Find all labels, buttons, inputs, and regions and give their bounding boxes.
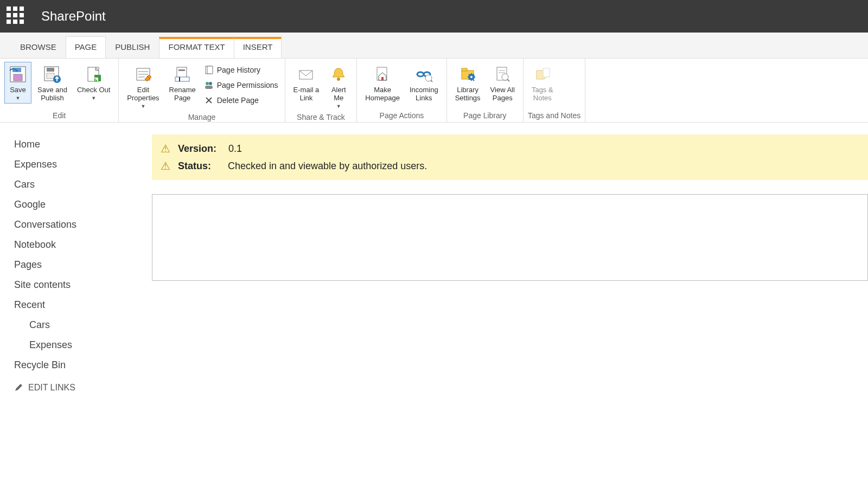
page-history-button[interactable]: Page History: [202, 64, 280, 76]
library-settings-button[interactable]: Library Settings: [451, 62, 484, 105]
view-all-pages-button[interactable]: View All Pages: [487, 62, 519, 105]
nav-recent[interactable]: Recent: [14, 295, 152, 315]
svg-rect-6: [47, 73, 54, 79]
save-button[interactable]: Save ▼: [4, 62, 31, 104]
tags-notes-label: Tags & Notes: [532, 86, 553, 102]
svg-rect-34: [462, 68, 467, 71]
group-label-library: Page Library: [451, 110, 519, 120]
nav-expenses[interactable]: Expenses: [14, 155, 152, 175]
edit-links-label: EDIT LINKS: [28, 383, 75, 393]
ribbon-group-actions: Make Homepage Incoming Links Page Action…: [357, 59, 446, 122]
group-label-tags: Tags and Notes: [528, 110, 580, 120]
svg-line-32: [431, 80, 432, 82]
edit-properties-label: Edit Properties: [127, 86, 159, 102]
rename-page-label: Rename Page: [169, 86, 196, 102]
tab-format-text[interactable]: FORMAT TEXT: [159, 37, 234, 58]
svg-rect-28: [381, 77, 384, 80]
check-out-button[interactable]: Check Out ▼: [73, 62, 114, 104]
svg-point-26: [337, 78, 340, 81]
nav-recycle-bin[interactable]: Recycle Bin: [14, 355, 152, 375]
email-link-button[interactable]: E-mail a Link: [290, 62, 323, 105]
svg-rect-19: [207, 66, 213, 74]
tags-notes-icon: [533, 65, 552, 84]
warning-icon: ⚠: [161, 159, 170, 172]
view-all-pages-label: View All Pages: [490, 86, 515, 102]
svg-point-20: [206, 82, 209, 85]
chevron-down-icon: ▼: [336, 104, 341, 109]
version-label: Version:: [178, 143, 216, 155]
home-icon: [373, 65, 392, 84]
nav-notebook[interactable]: Notebook: [14, 235, 152, 255]
envelope-icon: [296, 65, 316, 84]
make-homepage-label: Make Homepage: [365, 86, 400, 102]
svg-point-29: [417, 72, 424, 76]
group-label-manage: Manage: [123, 112, 280, 121]
nav-google[interactable]: Google: [14, 195, 152, 215]
ribbon-group-share: E-mail a Link Alert Me ▼ Share & Track: [285, 59, 358, 122]
edit-links-button[interactable]: EDIT LINKS: [14, 375, 152, 400]
nav-pages[interactable]: Pages: [14, 255, 152, 275]
edit-properties-icon: [133, 65, 153, 84]
status-banner: ⚠ Version: 0.1 ⚠ Status: Checked in and …: [152, 134, 868, 180]
save-publish-icon: [42, 65, 62, 84]
nav-site-contents[interactable]: Site contents: [14, 275, 152, 295]
make-homepage-button[interactable]: Make Homepage: [361, 62, 404, 105]
check-out-icon: [84, 65, 104, 84]
group-label-actions: Page Actions: [361, 110, 442, 120]
chevron-down-icon: ▼: [141, 104, 146, 109]
rename-page-button[interactable]: Rename Page: [165, 62, 200, 105]
svg-point-21: [209, 82, 212, 85]
pencil-icon: [14, 383, 23, 392]
tab-publish[interactable]: PUBLISH: [106, 36, 159, 58]
quick-launch-sidebar: Home Expenses Cars Google Conversations …: [0, 123, 152, 400]
page-permissions-button[interactable]: Page Permissions: [202, 79, 280, 91]
nav-home[interactable]: Home: [14, 134, 152, 155]
svg-point-36: [470, 76, 473, 78]
ribbon-group-library: Library Settings View All Pages Page Lib…: [447, 59, 524, 122]
svg-rect-15: [178, 69, 185, 71]
bell-icon: [329, 65, 348, 84]
nav-recent-expenses[interactable]: Expenses: [14, 335, 152, 355]
ribbon-tabs: BROWSE PAGE PUBLISH FORMAT TEXT INSERT: [0, 33, 868, 59]
suite-bar: SharePoint: [0, 0, 868, 33]
tab-browse[interactable]: BROWSE: [11, 36, 66, 58]
ribbon: Save ▼ Save and Publish Check Out ▼ Edit: [0, 59, 868, 123]
delete-page-button[interactable]: Delete Page: [202, 94, 280, 106]
main-area: Home Expenses Cars Google Conversations …: [0, 123, 868, 400]
alert-me-button[interactable]: Alert Me ▼: [325, 62, 352, 112]
page-history-label: Page History: [217, 66, 260, 74]
nav-recent-cars[interactable]: Cars: [14, 315, 152, 335]
page-content: ⚠ Version: 0.1 ⚠ Status: Checked in and …: [152, 123, 868, 400]
app-launcher-icon[interactable]: [7, 7, 26, 26]
group-label-share: Share & Track: [290, 112, 353, 121]
nav-cars[interactable]: Cars: [14, 175, 152, 195]
status-value: Checked in and viewable by authorized us…: [228, 160, 427, 172]
app-title: SharePoint: [41, 9, 106, 24]
status-label: Status:: [178, 160, 216, 172]
check-out-label: Check Out: [77, 86, 110, 94]
email-link-label: E-mail a Link: [293, 86, 320, 102]
tags-notes-button[interactable]: Tags & Notes: [528, 62, 557, 105]
version-value: 0.1: [228, 143, 242, 155]
library-settings-label: Library Settings: [455, 86, 481, 102]
incoming-links-icon: [414, 65, 433, 84]
svg-rect-2: [14, 74, 22, 81]
ribbon-group-tags: Tags & Notes Tags and Notes: [524, 59, 585, 122]
svg-rect-16: [175, 77, 189, 81]
warning-icon: ⚠: [161, 142, 170, 155]
incoming-links-button[interactable]: Incoming Links: [406, 62, 442, 105]
library-settings-icon: [458, 65, 477, 84]
edit-properties-button[interactable]: Edit Properties ▼: [123, 62, 163, 112]
tab-insert[interactable]: INSERT: [234, 37, 282, 58]
chevron-down-icon: ▼: [91, 95, 96, 101]
delete-page-label: Delete Page: [217, 96, 259, 105]
view-all-pages-icon: [493, 65, 512, 84]
svg-rect-22: [205, 86, 213, 89]
tab-page[interactable]: PAGE: [66, 36, 106, 58]
rename-page-icon: [173, 65, 192, 84]
save-label: Save: [10, 86, 26, 94]
page-edit-area[interactable]: [152, 194, 868, 281]
group-label-edit: Edit: [4, 110, 114, 120]
save-publish-button[interactable]: Save and Publish: [34, 62, 71, 105]
nav-conversations[interactable]: Conversations: [14, 215, 152, 235]
